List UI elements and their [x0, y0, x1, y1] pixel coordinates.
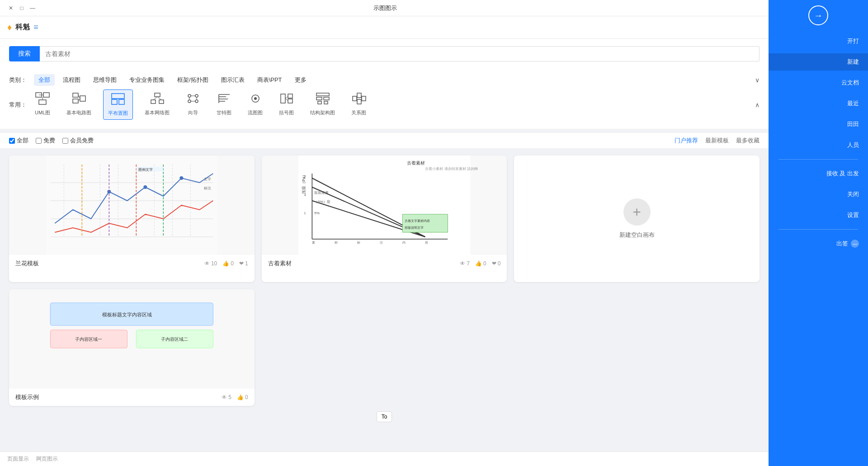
type-item-basic-circuit[interactable]: 基本电路图	[62, 89, 96, 120]
favorite-icon: ❤	[239, 260, 244, 267]
svg-rect-45	[353, 96, 357, 101]
svg-text:模板标题文字内容区域: 模板标题文字内容区域	[102, 312, 152, 317]
sort-latest[interactable]: 最新模板	[705, 137, 729, 145]
sidebar-item-new[interactable]: 新建	[769, 53, 868, 71]
sort-portal[interactable]: 门户推荐	[675, 137, 698, 145]
logo-icon: ♦	[7, 22, 12, 33]
svg-line-18	[153, 97, 157, 100]
sidebar-close-label: 关闭	[847, 190, 859, 198]
sidebar-logout-btn[interactable]: 出签 —	[769, 235, 868, 252]
sidebar-item-recent[interactable]: 最近	[769, 95, 868, 112]
type-item-flow[interactable]: 流图图	[243, 89, 267, 120]
category-tag-all[interactable]: 全部	[34, 74, 55, 86]
close-button[interactable]: ✕	[7, 5, 14, 12]
svg-text:1: 1	[304, 211, 306, 215]
svg-rect-40	[316, 93, 329, 96]
category-tag-mind[interactable]: 思维导图	[89, 74, 121, 86]
card-new-blank[interactable]: + 新建空白画布	[514, 155, 760, 282]
app-name: 科魁	[15, 23, 30, 32]
window-controls[interactable]: ✕ □ —	[7, 5, 36, 12]
all-checkbox[interactable]	[9, 138, 15, 144]
like-icon-4: 👍	[237, 394, 244, 400]
sidebar-item-setting[interactable]: 设置	[769, 207, 868, 224]
svg-rect-16	[151, 100, 156, 104]
new-blank-text: 新建空白画布	[619, 231, 655, 239]
card-4[interactable]: 模板标题文字内容区域 子内容区域一 子内容区域二 模板示例 👁 5	[9, 289, 255, 406]
type-item-uml[interactable]: UML图	[30, 89, 55, 120]
card-2-likes: 👍 0	[475, 260, 486, 267]
card-2[interactable]: 古着素材 古着小素材 请勿转发素材 請勿轉 7 4 1 压应（Pa）	[262, 155, 507, 282]
sidebar-item-template[interactable]: 田田	[769, 116, 868, 133]
sort-most-favorite[interactable]: 最多收藏	[736, 137, 760, 145]
sidebar-new-label: 新建	[847, 58, 859, 66]
type-item-bracket[interactable]: 括号图	[274, 89, 298, 120]
uml-label: UML图	[35, 109, 50, 116]
sidebar-setting-label: 设置	[847, 211, 859, 219]
card-1[interactable]: 图例文字 文字 标注 兰花模板 👁 10 👍	[9, 155, 255, 282]
card-2-image: 古着素材 古着小素材 请勿转发素材 請勿轉 7 4 1 压应（Pa）	[262, 155, 507, 255]
type-item-relation[interactable]: 关系图	[347, 89, 371, 120]
type-item-flat-layout[interactable]: 平布置图	[103, 89, 133, 120]
type-item-direction[interactable]: 向导	[181, 89, 205, 120]
all-checkbox-label[interactable]: 全部	[9, 137, 28, 145]
card-1-stats: 👁 10 👍 0 ❤ 1	[204, 260, 248, 267]
svg-rect-42	[324, 97, 329, 100]
struct-label: 结构架构图	[310, 109, 335, 116]
minimize-button[interactable]: —	[29, 5, 36, 12]
card-4-views: 👁 5	[222, 394, 231, 400]
filter-panel: 类别： 全部 流程图 思维导图 专业业务图集 框架/拓扑图 图示汇表 商表\PP…	[0, 69, 769, 129]
search-input[interactable]	[40, 46, 760, 61]
sidebar-arrow-btn[interactable]: →	[808, 5, 828, 25]
member-checkbox-label[interactable]: 会员免费	[62, 137, 94, 145]
svg-point-20	[188, 94, 191, 97]
svg-point-22	[188, 100, 191, 103]
maximize-button[interactable]: □	[18, 5, 25, 12]
doc-icon[interactable]: ≡	[33, 23, 38, 32]
sidebar-item-share[interactable]: 接收 及 出发	[769, 165, 868, 182]
svg-text:材: 材	[334, 241, 338, 244]
card-4-title: 模板示例	[15, 393, 39, 401]
type-item-gantt[interactable]: 甘特图	[212, 89, 236, 120]
card-2-favorites: ❤ 0	[492, 260, 501, 267]
svg-rect-2	[39, 100, 46, 104]
prev-page-btn[interactable]: To	[377, 411, 392, 422]
member-label: 会员免费	[70, 137, 94, 145]
type-item-basic-network[interactable]: 基本网络图	[140, 89, 174, 120]
category-tag-chart[interactable]: 图示汇表	[217, 74, 249, 86]
svg-point-67	[143, 185, 147, 189]
category-tag-flow[interactable]: 流程图	[58, 74, 85, 86]
svg-rect-47	[357, 99, 361, 104]
sidebar-template-label: 田田	[847, 120, 859, 128]
free-checkbox[interactable]	[36, 138, 42, 144]
free-checkbox-label[interactable]: 免费	[36, 137, 55, 145]
flat-layout-icon	[111, 93, 125, 108]
sidebar-share-label: 接收 及 出发	[826, 169, 859, 178]
svg-line-39	[285, 99, 288, 101]
category-tag-more[interactable]: 更多	[290, 74, 311, 86]
card-2-stats: 👁 7 👍 0 ❤ 0	[460, 260, 500, 267]
sidebar-item-open[interactable]: 开打	[769, 33, 868, 50]
like-icon-2: 👍	[475, 260, 482, 267]
content-area: 图例文字 文字 标注 兰花模板 👁 10 👍	[0, 148, 769, 452]
member-checkbox[interactable]	[62, 138, 68, 144]
bracket-icon	[279, 92, 294, 108]
sidebar-item-mine[interactable]: 人员	[769, 137, 868, 154]
search-button[interactable]: 搜索	[9, 46, 40, 61]
flow-icon	[248, 92, 263, 108]
svg-point-34	[254, 97, 257, 100]
type-item-struct[interactable]: 结构架构图	[306, 89, 340, 120]
type-expand-btn[interactable]: ∧	[755, 101, 760, 108]
category-toggle-btn[interactable]: ∨	[755, 76, 760, 84]
svg-rect-35	[281, 94, 285, 103]
sidebar-item-cloud[interactable]: 云文档	[769, 74, 868, 91]
card-4-stats: 👁 5 👍 0	[222, 394, 248, 400]
svg-text:注: 注	[380, 241, 383, 244]
sidebar-item-close[interactable]: 关闭	[769, 186, 868, 203]
svg-text:标: 标	[357, 241, 360, 244]
category-tag-pro[interactable]: 专业业务图集	[125, 74, 169, 86]
svg-rect-7	[80, 96, 85, 101]
svg-text:排版说明文字: 排版说明文字	[405, 226, 424, 229]
category-tag-ppt[interactable]: 商表\PPT	[253, 74, 287, 86]
card-1-image: 图例文字 文字 标注	[9, 155, 255, 255]
category-tag-frame[interactable]: 框架/拓扑图	[173, 74, 213, 86]
